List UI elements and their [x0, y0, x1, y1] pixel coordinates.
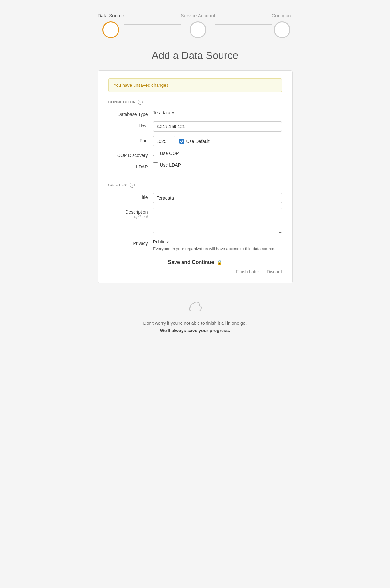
cloud-icon — [98, 300, 293, 316]
database-type-label: Database Type — [108, 110, 153, 117]
description-control — [153, 208, 282, 234]
catalog-heading-text: CATALOG — [108, 183, 128, 187]
port-input-row: Use Default — [153, 136, 282, 146]
step-configure: Configure — [272, 13, 292, 38]
database-type-chevron: ∨ — [172, 111, 174, 115]
cop-discovery-label: COP Discovery — [108, 151, 153, 158]
port-input[interactable] — [153, 136, 175, 146]
bottom-text: Don't worry if you're not able to finish… — [98, 320, 293, 334]
footer-links: Finish Later · Discard — [108, 269, 282, 274]
finish-later-link[interactable]: Finish Later — [236, 269, 259, 274]
ldap-row: LDAP Use LDAP — [108, 162, 282, 169]
database-type-value: Teradata — [153, 110, 170, 115]
privacy-select[interactable]: Public ∨ — [153, 239, 169, 244]
dot-separator: · — [262, 269, 264, 274]
use-cop-label[interactable]: Use COP — [153, 151, 282, 156]
bottom-line1: Don't worry if you're not able to finish… — [143, 321, 247, 326]
port-row: Port Use Default — [108, 136, 282, 146]
step-circle-service-account — [190, 21, 206, 38]
step-service-account: Service Account — [181, 13, 215, 38]
description-label: Description optional — [108, 208, 153, 219]
privacy-row: Privacy Public ∨ Everyone in your organi… — [108, 239, 282, 252]
save-continue-button[interactable]: Save and Continue 🔒 — [168, 259, 222, 265]
privacy-chevron: ∨ — [167, 240, 169, 244]
description-row: Description optional — [108, 208, 282, 234]
host-input[interactable] — [153, 121, 282, 132]
connection-heading-text: CONNECTION — [108, 100, 136, 104]
database-type-row: Database Type Teradata ∨ — [108, 110, 282, 117]
port-control: Use Default — [153, 136, 282, 146]
section-divider — [108, 176, 282, 176]
bottom-line2: We'll always save your progress. — [160, 328, 230, 333]
title-control — [153, 193, 282, 203]
catalog-section-heading: CATALOG ? — [108, 183, 282, 188]
stepper: Data Source Service Account Configure — [98, 13, 293, 38]
step-circle-data-source — [102, 21, 119, 38]
unsaved-banner: You have unsaved changes — [108, 78, 282, 92]
use-default-label[interactable]: Use Default — [179, 139, 210, 144]
bottom-section: Don't worry if you're not able to finish… — [98, 294, 293, 340]
step-label-configure: Configure — [272, 13, 292, 18]
database-type-control: Teradata ∨ — [153, 110, 282, 116]
host-label: Host — [108, 121, 153, 128]
unsaved-message: You have unsaved changes — [114, 83, 169, 88]
save-continue-label: Save and Continue — [168, 259, 214, 265]
use-ldap-checkbox[interactable] — [153, 162, 158, 167]
save-continue-row: Save and Continue 🔒 — [108, 259, 282, 265]
ldap-control: Use LDAP — [153, 162, 282, 167]
step-circle-configure — [274, 21, 290, 38]
database-type-select[interactable]: Teradata ∨ — [153, 110, 174, 115]
connection-section-heading: CONNECTION ? — [108, 100, 282, 105]
privacy-info: Everyone in your organization will have … — [153, 246, 282, 252]
description-optional: optional — [108, 215, 148, 219]
privacy-label: Privacy — [108, 239, 153, 246]
privacy-value: Public — [153, 239, 165, 244]
step-connector-2 — [215, 24, 272, 25]
title-input[interactable] — [153, 193, 282, 203]
description-textarea[interactable] — [153, 208, 282, 233]
step-label-service-account: Service Account — [181, 13, 215, 18]
cop-discovery-row: COP Discovery Use COP — [108, 151, 282, 158]
page-container: Data Source Service Account Configure Ad… — [98, 13, 293, 340]
use-ldap-label[interactable]: Use LDAP — [153, 162, 282, 167]
use-default-checkbox[interactable] — [179, 139, 184, 144]
catalog-help-icon[interactable]: ? — [130, 183, 135, 188]
step-label-data-source: Data Source — [98, 13, 124, 18]
privacy-control: Public ∨ Everyone in your organization w… — [153, 239, 282, 252]
connection-help-icon[interactable]: ? — [138, 100, 143, 105]
use-ldap-text: Use LDAP — [160, 162, 181, 167]
port-label: Port — [108, 136, 153, 143]
ldap-label: LDAP — [108, 162, 153, 169]
host-control — [153, 121, 282, 132]
discard-link[interactable]: Discard — [267, 269, 282, 274]
lock-icon: 🔒 — [217, 260, 222, 265]
step-connector-1 — [124, 24, 181, 25]
main-card: You have unsaved changes CONNECTION ? Da… — [98, 70, 293, 283]
title-row: Title — [108, 193, 282, 203]
use-default-text: Use Default — [186, 139, 210, 144]
host-row: Host — [108, 121, 282, 132]
step-data-source: Data Source — [98, 13, 124, 38]
use-cop-checkbox[interactable] — [153, 151, 158, 156]
cop-discovery-control: Use COP — [153, 151, 282, 156]
title-label: Title — [108, 193, 153, 200]
page-title: Add a Data Source — [98, 50, 293, 61]
use-cop-text: Use COP — [160, 151, 179, 156]
